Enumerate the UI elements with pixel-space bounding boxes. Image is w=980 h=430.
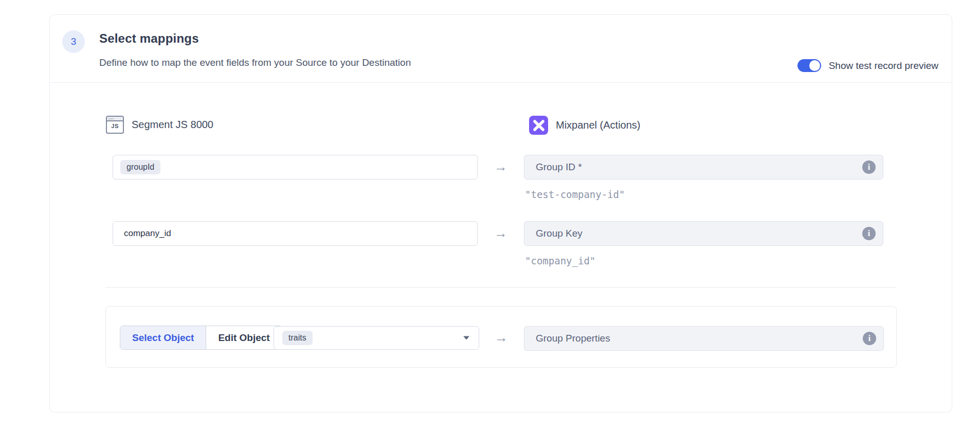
step-number: 3: [71, 36, 77, 47]
card-header: 3 Select mappings Define how to map the …: [50, 15, 952, 83]
section-divider: [105, 287, 897, 288]
destination-field-label: Group Properties: [536, 333, 610, 344]
arrow-right-icon: →: [493, 159, 509, 175]
toggle-knob: [809, 60, 820, 71]
source-field-chip[interactable]: groupId: [120, 160, 160, 174]
object-mapping-box: Select Object Edit Object traits → Group…: [105, 306, 897, 368]
source-field-input[interactable]: company_id: [113, 221, 478, 246]
destination-field: Group ID * i: [524, 155, 883, 180]
destination-field-label: Group ID *: [536, 162, 582, 173]
destination-field: Group Key i: [524, 221, 883, 246]
toggle-label: Show test record preview: [829, 60, 938, 71]
source-field-input[interactable]: groupId: [113, 155, 478, 180]
info-icon[interactable]: i: [862, 160, 876, 174]
show-test-record-preview-toggle[interactable]: [797, 59, 821, 72]
browser-titlebar: [107, 117, 123, 121]
object-source-dropdown[interactable]: traits: [274, 326, 479, 350]
info-icon[interactable]: i: [863, 332, 876, 345]
source-column-header: JS Segment JS 8000: [106, 116, 213, 134]
test-record-preview-value: "test-company-id": [525, 189, 625, 200]
object-mode-segmented-control: Select Object Edit Object: [120, 326, 282, 350]
destination-field-label: Group Key: [536, 228, 583, 239]
source-field-text: company_id: [120, 228, 171, 239]
edit-object-button[interactable]: Edit Object: [206, 326, 281, 349]
mixpanel-icon: [529, 116, 548, 135]
info-icon[interactable]: i: [862, 227, 876, 240]
test-record-preview-toggle-group: Show test record preview: [797, 59, 938, 72]
page-subtitle: Define how to map the event fields from …: [99, 57, 411, 68]
source-name: Segment JS 8000: [132, 119, 213, 131]
arrow-right-icon: →: [493, 225, 509, 241]
source-browser-js-icon: JS: [106, 116, 124, 134]
select-object-button[interactable]: Select Object: [120, 326, 206, 349]
chevron-down-icon: [463, 336, 469, 340]
step-number-badge: 3: [62, 30, 85, 53]
destination-column-header: Mixpanel (Actions): [529, 116, 641, 135]
js-label: JS: [107, 123, 123, 129]
test-record-preview-value: "company_id": [525, 255, 595, 266]
arrow-right-icon: →: [493, 330, 510, 346]
page-title: Select mappings: [99, 31, 199, 46]
destination-object-field: Group Properties i: [524, 326, 884, 351]
object-source-chip: traits: [282, 331, 313, 345]
select-mappings-card: 3 Select mappings Define how to map the …: [49, 14, 952, 413]
destination-name: Mixpanel (Actions): [556, 119, 641, 131]
